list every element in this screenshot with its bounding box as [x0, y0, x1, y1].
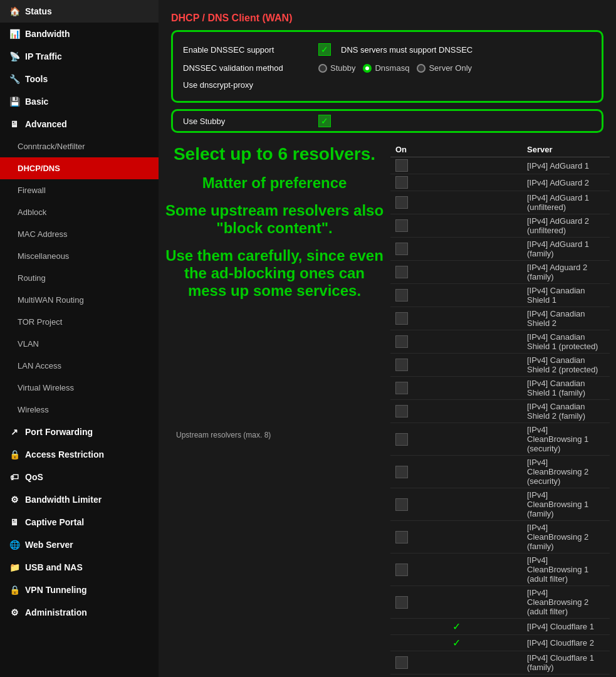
enable-dnssec-checkbox[interactable]: ✓: [318, 43, 331, 56]
resolver-server-4: [IPv4] AdGuard 1 (family): [522, 238, 610, 261]
unchecked-box[interactable]: [395, 564, 408, 576]
sidebar-item-usb-nas[interactable]: 📁USB and NAS: [0, 556, 159, 579]
sidebar-item-miscellaneous[interactable]: Miscellaneous: [0, 245, 159, 267]
unchecked-box[interactable]: [395, 159, 408, 172]
unchecked-box[interactable]: [395, 176, 408, 189]
resolver-on-6[interactable]: [390, 284, 522, 307]
dnsmasq-option[interactable]: Dnsmasq: [363, 63, 409, 73]
server-only-radio[interactable]: [417, 64, 425, 73]
upstream-label: Upstream resolvers (max. 8): [171, 428, 276, 442]
dnsmasq-radio[interactable]: [363, 64, 372, 73]
sidebar-item-conntrack[interactable]: Conntrack/Netfilter: [0, 135, 159, 157]
resolver-server-10: [IPv4] Canadian Shield 1 (family): [522, 377, 610, 400]
sidebar-item-web-server[interactable]: 🌐Web Server: [0, 533, 159, 556]
sidebar-item-lan-access[interactable]: LAN Access: [0, 355, 159, 377]
sidebar-item-label-qos: QoS: [25, 472, 43, 482]
sidebar-item-administration[interactable]: ⚙Administration: [0, 601, 159, 624]
sidebar-item-access-restriction[interactable]: 🔒Access Restriction: [0, 443, 159, 466]
table-row: [IPv4] CleanBrowsing 2 (adult filter): [390, 586, 610, 619]
unchecked-box[interactable]: [395, 335, 408, 348]
annotation-line3: Some upstream resolvers also "block cont…: [165, 197, 384, 242]
sidebar-item-label-miscellaneous: Miscellaneous: [18, 251, 69, 261]
unchecked-box[interactable]: [395, 196, 408, 209]
annotation-line1: Select up to 6 resolvers.: [165, 139, 384, 169]
unchecked-box[interactable]: [395, 289, 408, 302]
sidebar-item-vlan[interactable]: VLAN: [0, 333, 159, 355]
resolver-on-20[interactable]: [390, 651, 522, 674]
sidebar-item-status[interactable]: 🏠Status: [0, 0, 159, 23]
unchecked-box[interactable]: [395, 405, 408, 417]
sidebar-item-label-tor: TOR Project: [18, 317, 62, 327]
resolver-server-21: [IPv4] Cloudflare 2 (family): [522, 674, 610, 678]
server-only-option[interactable]: Server Only: [417, 63, 472, 73]
unchecked-box[interactable]: [395, 433, 408, 446]
resolver-on-2[interactable]: [390, 191, 522, 214]
resolver-on-13[interactable]: [390, 456, 522, 488]
resolver-on-19[interactable]: ✓: [390, 635, 522, 651]
resolver-on-1[interactable]: [390, 174, 522, 191]
resolver-server-5: [IPv4] Adguard 2 (family): [522, 261, 610, 284]
sidebar-item-adblock[interactable]: Adblock: [0, 201, 159, 223]
unchecked-box[interactable]: [395, 312, 408, 325]
sidebar-item-ip-traffic[interactable]: 📡IP Traffic: [0, 45, 159, 68]
sidebar-item-multiwan[interactable]: MultiWAN Routing: [0, 289, 159, 311]
sidebar-item-label-mac-address: MAC Address: [18, 229, 67, 239]
sidebar-item-advanced[interactable]: 🖥Advanced: [0, 113, 159, 135]
check-icon: ✓: [452, 621, 461, 632]
resolver-on-18[interactable]: ✓: [390, 619, 522, 635]
unchecked-box[interactable]: [395, 656, 408, 669]
sidebar-item-tor[interactable]: TOR Project: [0, 311, 159, 333]
resolver-server-16: [IPv4] CleanBrowsing 1 (adult filter): [522, 554, 610, 586]
resolver-on-8[interactable]: [390, 330, 522, 354]
resolver-on-3[interactable]: [390, 214, 522, 238]
sidebar-item-captive-portal[interactable]: 🖥Captive Portal: [0, 511, 159, 533]
table-row: [IPv4] Cloudflare 1 (family): [390, 651, 610, 674]
unchecked-box[interactable]: [395, 359, 408, 371]
unchecked-box[interactable]: [395, 382, 408, 394]
resolver-on-14[interactable]: [390, 488, 522, 521]
sidebar-item-firewall[interactable]: Firewall: [0, 179, 159, 201]
resolver-on-9[interactable]: [390, 354, 522, 377]
unchecked-box[interactable]: [395, 266, 408, 278]
sidebar-item-mac-address[interactable]: MAC Address: [0, 223, 159, 245]
table-row: [IPv4] Adguard 2 (family): [390, 261, 610, 284]
sidebar-item-bandwidth-limiter[interactable]: ⚙Bandwidth Limiter: [0, 488, 159, 511]
sidebar-item-label-virtual-wireless: Virtual Wireless: [18, 383, 74, 392]
unchecked-box[interactable]: [395, 596, 408, 609]
resolver-on-16[interactable]: [390, 554, 522, 586]
sidebar-item-wireless[interactable]: Wireless: [0, 399, 159, 421]
sidebar-item-dhcpdns[interactable]: DHCP/DNS: [0, 157, 159, 179]
sidebar-item-tools[interactable]: 🔧Tools: [0, 68, 159, 90]
resolver-on-5[interactable]: [390, 261, 522, 284]
sidebar-item-label-basic: Basic: [25, 97, 48, 107]
resolver-on-4[interactable]: [390, 238, 522, 261]
table-row: [IPv4] Canadian Shield 2: [390, 307, 610, 330]
unchecked-box[interactable]: [395, 219, 408, 232]
use-stubby-checkbox[interactable]: ✓: [318, 115, 331, 127]
resolver-server-8: [IPv4] Canadian Shield 1 (protected): [522, 330, 610, 354]
captive-portal-icon: 🖥: [9, 517, 20, 527]
unchecked-box[interactable]: [395, 531, 408, 543]
resolver-on-10[interactable]: [390, 377, 522, 400]
unchecked-box[interactable]: [395, 466, 408, 478]
sidebar-item-virtual-wireless[interactable]: Virtual Wireless: [0, 377, 159, 399]
sidebar-item-routing[interactable]: Routing: [0, 267, 159, 289]
sidebar-item-vpn-tunneling[interactable]: 🔒VPN Tunneling: [0, 579, 159, 601]
stubby-option[interactable]: Stubby: [318, 63, 355, 73]
sidebar-item-qos[interactable]: 🏷QoS: [0, 466, 159, 488]
dnssec-validation-label: DNSSEC validation method: [183, 63, 308, 73]
unchecked-box[interactable]: [395, 498, 408, 511]
sidebar-item-bandwidth[interactable]: 📊Bandwidth: [0, 23, 159, 45]
resolver-on-0[interactable]: [390, 157, 522, 174]
sidebar-item-basic[interactable]: 💾Basic: [0, 90, 159, 113]
resolver-on-7[interactable]: [390, 307, 522, 330]
resolver-on-15[interactable]: [390, 521, 522, 554]
resolver-on-17[interactable]: [390, 586, 522, 619]
unchecked-box[interactable]: [395, 243, 408, 255]
sidebar-item-port-forwarding[interactable]: ↗Port Forwarding: [0, 421, 159, 443]
resolver-on-11[interactable]: [390, 400, 522, 423]
stubby-radio[interactable]: [318, 64, 327, 73]
resolver-server-19: [IPv4] Cloudflare 2: [522, 635, 610, 651]
resolver-on-12[interactable]: [390, 423, 522, 456]
resolver-on-21[interactable]: [390, 674, 522, 678]
